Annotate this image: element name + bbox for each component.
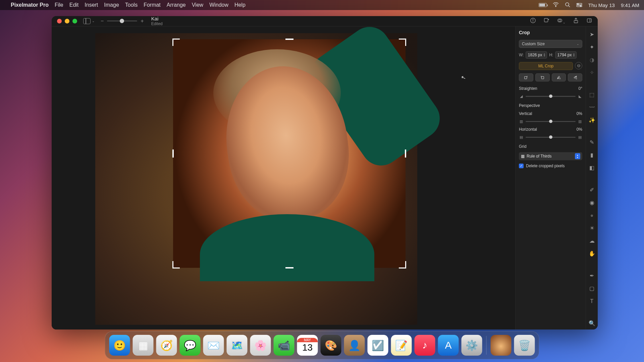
fill-tool-icon[interactable]: ▮: [588, 151, 596, 159]
effects-icon[interactable]: ⌄: [557, 17, 566, 25]
close-button[interactable]: [57, 19, 62, 23]
fullscreen-button[interactable]: [72, 19, 77, 23]
menu-edit[interactable]: Edit: [69, 2, 79, 8]
dock-messages[interactable]: 💬: [180, 335, 201, 356]
crop-handle-tl[interactable]: [172, 39, 180, 46]
light-tool-icon[interactable]: ☀: [588, 224, 596, 232]
menu-view[interactable]: View: [192, 2, 203, 8]
dock-notes[interactable]: 📝: [391, 335, 412, 356]
add-shape-icon[interactable]: [543, 17, 549, 25]
crop-handle-br[interactable]: [399, 261, 406, 268]
rotate-cw-button[interactable]: [535, 73, 550, 81]
crop-handle-bl[interactable]: [172, 261, 180, 268]
inspector-toggle-icon[interactable]: [586, 17, 592, 25]
rotate-ccw-button[interactable]: [519, 73, 533, 81]
crop-handle-bottom[interactable]: [285, 267, 293, 268]
color-adjust-tool-icon[interactable]: ◉: [588, 199, 596, 207]
horizontal-label: Horizontal: [519, 127, 537, 132]
dock-calendar[interactable]: MAY 13: [297, 335, 318, 356]
share-icon[interactable]: [573, 17, 579, 25]
zoom-tool-icon[interactable]: 🔍: [588, 319, 596, 327]
menu-arrange[interactable]: Arrange: [167, 2, 186, 8]
toggle-sidebar-button[interactable]: [83, 18, 91, 24]
blur-tool-icon[interactable]: ●: [588, 212, 596, 220]
zoom-in-button[interactable]: +: [141, 18, 144, 24]
ml-crop-options-button[interactable]: ⊖: [575, 62, 582, 69]
marquee-tool-icon[interactable]: ⬚: [588, 91, 596, 99]
spotlight-icon[interactable]: [565, 2, 570, 8]
dock-pixelmator[interactable]: 🎨: [321, 335, 341, 356]
crop-handle-top[interactable]: [285, 39, 293, 40]
crop-rectangle[interactable]: [173, 39, 406, 268]
straighten-slider[interactable]: [526, 96, 576, 97]
menu-image[interactable]: Image: [104, 2, 119, 8]
delete-cropped-checkbox[interactable]: ✓: [519, 164, 524, 168]
width-stepper[interactable]: ▲▼: [543, 53, 546, 57]
lasso-tool-icon[interactable]: 〰: [588, 104, 596, 112]
dock-reminders[interactable]: ☑️: [368, 335, 388, 356]
dock-recent-doc[interactable]: [491, 335, 512, 356]
eyedropper-tool-icon[interactable]: ✐: [588, 186, 596, 194]
smudge-tool-icon[interactable]: ☁: [588, 237, 596, 245]
dock-facetime[interactable]: 📹: [274, 335, 294, 356]
style-tool-icon[interactable]: ◑: [588, 56, 596, 64]
height-input[interactable]: 1794 px ▲▼: [555, 51, 577, 59]
dock-mail[interactable]: ✉️: [203, 335, 224, 356]
wifi-icon[interactable]: [553, 2, 559, 8]
height-value: 1794 px: [557, 53, 572, 57]
grid-select[interactable]: ▦ Rule of Thirds ▴▾: [519, 152, 582, 160]
hand-tool-icon[interactable]: ✋: [588, 250, 596, 258]
arrow-tool-icon[interactable]: ➤: [588, 31, 596, 39]
minimize-button[interactable]: [65, 19, 69, 23]
menu-format[interactable]: Format: [144, 2, 161, 8]
horizontal-slider[interactable]: [526, 137, 576, 138]
effects-tool-icon[interactable]: ✧: [588, 69, 596, 77]
brush-tool-icon[interactable]: ✎: [588, 138, 596, 146]
dock-launchpad[interactable]: ▦: [133, 335, 154, 356]
dock-finder[interactable]: 🙂: [109, 335, 130, 356]
shape-tool-icon[interactable]: ▢: [588, 285, 596, 293]
menubar-time[interactable]: 9:41 AM: [621, 2, 639, 8]
arrange-tool-icon[interactable]: ✦: [588, 43, 596, 51]
info-icon[interactable]: [530, 17, 536, 25]
height-stepper[interactable]: ▲▼: [573, 53, 575, 57]
crop-handle-tr[interactable]: [399, 39, 406, 46]
menu-file[interactable]: File: [55, 2, 63, 8]
sidebar-dropdown-icon[interactable]: ⌄: [92, 19, 95, 23]
ml-crop-button[interactable]: ML Crop: [519, 62, 573, 70]
svg-point-5: [577, 3, 578, 4]
width-input[interactable]: 1826 px ▲▼: [526, 51, 547, 59]
control-center-icon[interactable]: [576, 2, 582, 8]
flip-horizontal-button[interactable]: [552, 73, 566, 81]
dock-maps[interactable]: 🗺️: [227, 335, 248, 356]
dock-photos[interactable]: 🌸: [250, 335, 271, 356]
dock-music[interactable]: ♪: [415, 335, 435, 356]
vertical-slider[interactable]: [526, 121, 576, 122]
magic-wand-tool-icon[interactable]: ✨: [588, 116, 596, 124]
zoom-slider[interactable]: [107, 20, 137, 21]
grid-value: Rule of Thirds: [527, 154, 551, 159]
pen-tool-icon[interactable]: ✒: [588, 272, 596, 280]
dock-contacts[interactable]: 👤: [344, 335, 365, 356]
menu-help[interactable]: Help: [234, 2, 246, 8]
crop-handle-left[interactable]: [172, 149, 174, 158]
dock-trash[interactable]: 🗑️: [514, 335, 535, 356]
dock-appstore[interactable]: A: [438, 335, 459, 356]
dock-safari[interactable]: 🧭: [156, 335, 177, 356]
zoom-out-button[interactable]: −: [101, 18, 104, 24]
crop-handle-right[interactable]: [405, 149, 406, 158]
menu-tools[interactable]: Tools: [125, 2, 138, 8]
menubar-date[interactable]: Thu May 13: [588, 2, 615, 8]
canvas[interactable]: [52, 26, 515, 329]
menu-insert[interactable]: Insert: [85, 2, 98, 8]
app-menu[interactable]: Pixelmator Pro: [11, 2, 49, 8]
document-name: Kai: [151, 16, 163, 22]
menu-window[interactable]: Window: [209, 2, 228, 8]
document-status: Edited: [151, 22, 163, 26]
flip-vertical-button[interactable]: [568, 73, 582, 81]
eraser-tool-icon[interactable]: ◧: [588, 164, 596, 172]
battery-icon[interactable]: [539, 3, 547, 7]
crop-preset-select[interactable]: Custom Size ⌄: [519, 40, 582, 48]
dock-settings[interactable]: ⚙️: [462, 335, 482, 356]
text-tool-icon[interactable]: T: [588, 297, 596, 305]
